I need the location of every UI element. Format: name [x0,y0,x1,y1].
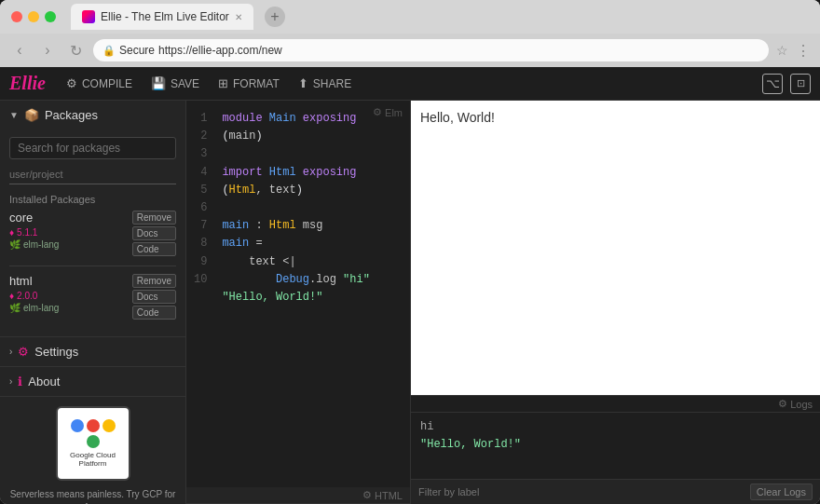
package-actions-html: Remove Docs Code [132,274,176,320]
logs-content: hi "Hello, World!" [411,413,820,479]
log-line-1: hi [420,418,811,436]
code-html-button[interactable]: Code [132,306,176,320]
chevron-right-icon: › [9,347,12,357]
gcp-green [87,435,100,448]
elm-badge: ⚙Elm [373,106,403,118]
right-panel: Hello, World! ⚙ Logs hi "Hello, World!" [410,101,820,504]
app: Ellie ⚙ COMPILE 💾 SAVE ⊞ FORMAT ⬆ SHARE … [0,67,820,504]
version-core: ♦5.1.1 [9,227,37,238]
main-layout: ▼ 📦 Packages Installed Packages core [0,101,820,504]
ad-logo-label: Google Cloud Platform [58,451,129,468]
package-actions-core: Remove Docs Code [132,211,176,256]
settings-label: Settings [34,345,78,359]
secure-label: Secure [119,44,155,57]
github-button[interactable]: ⌥ [762,74,783,94]
minimize-button[interactable] [28,11,39,22]
gcp-red [87,419,100,432]
compile-label: COMPILE [82,77,132,90]
browser-menu-icon[interactable]: ⋮ [796,42,811,60]
share-button[interactable]: ⬆ SHARE [291,73,359,94]
tab-close-icon[interactable]: ✕ [235,12,242,22]
packages-content: Installed Packages core ♦5.1.1 [0,129,185,336]
logs-panel: ⚙ Logs hi "Hello, World!" [411,395,820,479]
chevron-right-icon-2: › [9,376,12,387]
info-icon: ℹ [18,375,22,388]
docs-html-button[interactable]: Docs [132,290,176,304]
secure-icon: 🔒 [102,45,116,57]
settings-icon: ⚙ [18,345,29,359]
package-name-core: core [9,211,132,225]
author-html: 🌿elm-lang [9,303,132,313]
tab-title: Ellie - The Elm Live Editor [101,10,229,23]
address-field[interactable]: 🔒 Secure https://ellie-app.com/new [93,39,769,61]
preview-output: Hello, World! [420,110,495,125]
gcp-yellow [102,419,116,432]
docs-core-button[interactable]: Docs [132,226,176,240]
package-item-core: core ♦5.1.1 🌿elm-lang [9,211,176,256]
share-icon: ⬆ [298,76,308,90]
format-icon: ⊞ [218,76,228,90]
search-input[interactable] [9,137,176,159]
about-header[interactable]: › ℹ About [0,367,185,396]
code-content[interactable]: module Main exposing (main) import Html … [214,101,410,487]
format-button[interactable]: ⊞ FORMAT [211,73,287,94]
html-footer: ⚙ HTML [186,487,410,504]
format-label: FORMAT [233,77,280,90]
gcp-blue [71,419,84,432]
compile-button[interactable]: ⚙ COMPILE [59,73,140,94]
ad-area: Google Cloud Platform Serverless means p… [0,397,185,504]
browser-titlebar: Ellie - The Elm Live Editor ✕ + [0,0,820,34]
packages-header[interactable]: ▼ 📦 Packages [0,101,185,129]
chevron-down-icon: ▼ [9,110,19,120]
logs-gear-icon: ⚙ [778,398,787,410]
back-button[interactable]: ‹ [9,42,30,59]
clear-logs-button[interactable]: Clear Logs [750,484,813,500]
sidebar: ▼ 📦 Packages Installed Packages core [0,101,186,504]
line-numbers: 1 2 3 4 5 6 7 8 9 10 [186,101,214,487]
settings-section: › ⚙ Settings [0,337,185,367]
logo: Ellie [9,73,46,94]
traffic-lights [11,11,56,22]
bookmark-icon[interactable]: ☆ [776,43,788,58]
filter-bar: Clear Logs [411,479,820,504]
browser-tab[interactable]: Ellie - The Elm Live Editor ✕ [71,4,253,30]
log-line-2: "Hello, World!" [420,436,811,454]
package-item-html: html ♦2.0.0 🌿elm-lang [9,274,176,320]
save-button[interactable]: 💾 SAVE [144,73,207,94]
logs-header: ⚙ Logs [411,396,820,413]
project-input[interactable] [9,165,176,184]
url-text: https://ellie-app.com/new [158,44,282,57]
toolbar: Ellie ⚙ COMPILE 💾 SAVE ⊞ FORMAT ⬆ SHARE … [0,67,820,101]
close-button[interactable] [11,11,22,22]
html-label: ⚙ HTML [362,489,403,501]
forward-button[interactable]: › [37,42,58,59]
package-name-html: html [9,274,132,288]
filter-input[interactable] [418,486,743,497]
remove-html-button[interactable]: Remove [132,274,176,288]
ad-text: Serverless means painless. Try GCP for f… [9,488,176,504]
about-label: About [28,375,60,388]
ad-logo[interactable]: Google Cloud Platform [56,406,130,481]
reload-button[interactable]: ↻ [65,42,86,60]
browser-window: Ellie - The Elm Live Editor ✕ + ‹ › ↻ 🔒 … [0,0,820,504]
save-icon: 💾 [151,76,166,90]
packages-icon: 📦 [24,108,39,122]
preview-frame: Hello, World! [411,101,820,395]
browser-addressbar: ‹ › ↻ 🔒 Secure https://ellie-app.com/new… [0,34,820,67]
settings-header[interactable]: › ⚙ Settings [0,337,185,366]
compile-icon: ⚙ [66,76,77,90]
code-editor[interactable]: 1 2 3 4 5 6 7 8 9 10 module Main exposin… [186,101,410,487]
packages-section: ▼ 📦 Packages Installed Packages core [0,101,185,337]
remove-core-button[interactable]: Remove [132,211,176,225]
tab-favicon [82,10,95,23]
save-label: SAVE [171,77,199,90]
version-html: ♦2.0.0 [9,291,37,301]
author-core: 🌿elm-lang [9,239,132,250]
logs-label: Logs [790,399,813,410]
maximize-button[interactable] [45,11,56,22]
new-tab-button[interactable]: + [265,7,285,27]
share-label: SHARE [313,77,351,90]
code-core-button[interactable]: Code [132,242,176,256]
installed-label: Installed Packages [9,194,176,205]
split-view-button[interactable]: ⊡ [790,74,811,94]
